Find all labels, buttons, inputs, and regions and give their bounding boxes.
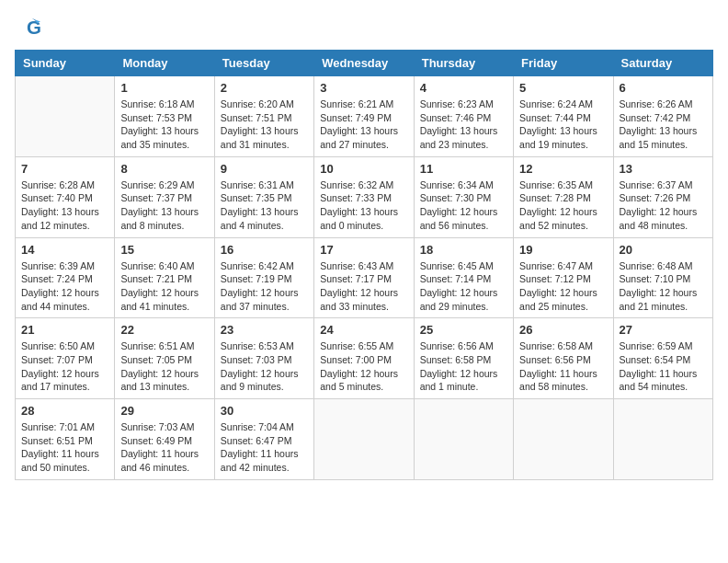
day-number: 20	[620, 243, 707, 257]
day-number: 14	[21, 243, 108, 257]
day-number: 25	[420, 323, 507, 337]
day-number: 28	[21, 404, 108, 418]
weekday-header: Wednesday	[314, 51, 414, 76]
calendar-cell: 13Sunrise: 6:37 AMSunset: 7:26 PMDayligh…	[613, 156, 712, 237]
weekday-header: Monday	[115, 51, 214, 76]
day-info: Sunrise: 6:58 AMSunset: 6:56 PMDaylight:…	[519, 339, 607, 394]
calendar-week-row: 14Sunrise: 6:39 AMSunset: 7:24 PMDayligh…	[16, 237, 713, 318]
day-info: Sunrise: 6:34 AMSunset: 7:30 PMDaylight:…	[420, 178, 507, 233]
calendar-cell: 5Sunrise: 6:24 AMSunset: 7:44 PMDaylight…	[514, 76, 613, 157]
day-number: 1	[120, 81, 208, 95]
calendar-cell: 20Sunrise: 6:48 AMSunset: 7:10 PMDayligh…	[613, 237, 712, 318]
calendar-cell: 8Sunrise: 6:29 AMSunset: 7:37 PMDaylight…	[115, 156, 214, 237]
day-info: Sunrise: 6:29 AMSunset: 7:37 PMDaylight:…	[120, 178, 208, 233]
calendar-week-row: 28Sunrise: 7:01 AMSunset: 6:51 PMDayligh…	[16, 399, 713, 480]
day-number: 16	[221, 243, 308, 257]
weekday-header: Sunday	[16, 51, 115, 76]
weekday-header: Saturday	[613, 51, 712, 76]
calendar-cell: 28Sunrise: 7:01 AMSunset: 6:51 PMDayligh…	[16, 399, 115, 480]
day-info: Sunrise: 7:04 AMSunset: 6:47 PMDaylight:…	[221, 420, 308, 475]
calendar-cell: 6Sunrise: 6:26 AMSunset: 7:42 PMDaylight…	[613, 76, 712, 157]
calendar-cell: 18Sunrise: 6:45 AMSunset: 7:14 PMDayligh…	[414, 237, 513, 318]
day-info: Sunrise: 6:20 AMSunset: 7:51 PMDaylight:…	[221, 98, 308, 152]
weekday-header: Thursday	[414, 51, 513, 76]
calendar-header-row: SundayMondayTuesdayWednesdayThursdayFrid…	[16, 51, 713, 76]
day-number: 26	[519, 323, 607, 337]
day-number: 13	[620, 162, 707, 176]
calendar-cell: 9Sunrise: 6:31 AMSunset: 7:35 PMDaylight…	[214, 156, 313, 237]
day-info: Sunrise: 6:55 AMSunset: 7:00 PMDaylight:…	[320, 339, 407, 394]
calendar-cell: 12Sunrise: 6:35 AMSunset: 7:28 PMDayligh…	[514, 156, 613, 237]
calendar-cell: 1Sunrise: 6:18 AMSunset: 7:53 PMDaylight…	[115, 76, 214, 157]
day-info: Sunrise: 6:18 AMSunset: 7:53 PMDaylight:…	[120, 98, 208, 152]
day-number: 10	[320, 162, 407, 176]
calendar-cell	[414, 399, 513, 480]
day-info: Sunrise: 6:47 AMSunset: 7:12 PMDaylight:…	[519, 259, 607, 314]
calendar-week-row: 1Sunrise: 6:18 AMSunset: 7:53 PMDaylight…	[16, 76, 713, 157]
day-number: 21	[21, 323, 108, 337]
day-number: 11	[420, 162, 507, 176]
calendar-cell: 14Sunrise: 6:39 AMSunset: 7:24 PMDayligh…	[16, 237, 115, 318]
day-number: 6	[620, 81, 707, 95]
day-number: 15	[120, 243, 208, 257]
day-info: Sunrise: 6:59 AMSunset: 6:54 PMDaylight:…	[620, 339, 707, 394]
calendar-cell: 7Sunrise: 6:28 AMSunset: 7:40 PMDaylight…	[16, 156, 115, 237]
weekday-header: Friday	[514, 51, 613, 76]
calendar-cell: 26Sunrise: 6:58 AMSunset: 6:56 PMDayligh…	[514, 318, 613, 399]
calendar-cell: 22Sunrise: 6:51 AMSunset: 7:05 PMDayligh…	[115, 318, 214, 399]
day-info: Sunrise: 6:40 AMSunset: 7:21 PMDaylight:…	[120, 259, 208, 314]
logo: G	[15, 15, 44, 40]
day-info: Sunrise: 6:53 AMSunset: 7:03 PMDaylight:…	[221, 339, 308, 394]
day-number: 12	[519, 162, 607, 176]
calendar-cell: 17Sunrise: 6:43 AMSunset: 7:17 PMDayligh…	[314, 237, 414, 318]
day-info: Sunrise: 6:23 AMSunset: 7:46 PMDaylight:…	[420, 98, 507, 152]
calendar-cell: 16Sunrise: 6:42 AMSunset: 7:19 PMDayligh…	[214, 237, 313, 318]
day-info: Sunrise: 7:03 AMSunset: 6:49 PMDaylight:…	[120, 420, 208, 475]
day-info: Sunrise: 6:43 AMSunset: 7:17 PMDaylight:…	[320, 259, 407, 314]
calendar-cell: 3Sunrise: 6:21 AMSunset: 7:49 PMDaylight…	[314, 76, 414, 157]
calendar-cell: 2Sunrise: 6:20 AMSunset: 7:51 PMDaylight…	[214, 76, 313, 157]
day-info: Sunrise: 6:26 AMSunset: 7:42 PMDaylight:…	[620, 98, 707, 152]
day-info: Sunrise: 6:45 AMSunset: 7:14 PMDaylight:…	[420, 259, 507, 314]
logo-icon: G	[15, 15, 40, 40]
calendar-cell: 30Sunrise: 7:04 AMSunset: 6:47 PMDayligh…	[214, 399, 313, 480]
day-number: 4	[420, 81, 507, 95]
day-info: Sunrise: 6:24 AMSunset: 7:44 PMDaylight:…	[519, 98, 607, 152]
calendar-cell: 15Sunrise: 6:40 AMSunset: 7:21 PMDayligh…	[115, 237, 214, 318]
calendar-cell: 10Sunrise: 6:32 AMSunset: 7:33 PMDayligh…	[314, 156, 414, 237]
day-number: 24	[320, 323, 407, 337]
day-info: Sunrise: 6:37 AMSunset: 7:26 PMDaylight:…	[620, 178, 707, 233]
calendar-cell: 11Sunrise: 6:34 AMSunset: 7:30 PMDayligh…	[414, 156, 513, 237]
day-number: 22	[120, 323, 208, 337]
calendar-cell	[16, 76, 115, 157]
day-number: 17	[320, 243, 407, 257]
day-info: Sunrise: 7:01 AMSunset: 6:51 PMDaylight:…	[21, 420, 108, 475]
day-info: Sunrise: 6:21 AMSunset: 7:49 PMDaylight:…	[320, 98, 407, 152]
calendar-cell	[514, 399, 613, 480]
calendar-cell: 27Sunrise: 6:59 AMSunset: 6:54 PMDayligh…	[613, 318, 712, 399]
day-number: 9	[221, 162, 308, 176]
calendar-cell: 23Sunrise: 6:53 AMSunset: 7:03 PMDayligh…	[214, 318, 313, 399]
calendar-table: SundayMondayTuesdayWednesdayThursdayFrid…	[15, 50, 713, 480]
day-info: Sunrise: 6:28 AMSunset: 7:40 PMDaylight:…	[21, 178, 108, 233]
day-info: Sunrise: 6:35 AMSunset: 7:28 PMDaylight:…	[519, 178, 607, 233]
calendar-cell: 19Sunrise: 6:47 AMSunset: 7:12 PMDayligh…	[514, 237, 613, 318]
day-number: 5	[519, 81, 607, 95]
page-header: G	[15, 15, 713, 40]
day-info: Sunrise: 6:31 AMSunset: 7:35 PMDaylight:…	[221, 178, 308, 233]
day-number: 3	[320, 81, 407, 95]
day-number: 2	[221, 81, 308, 95]
day-number: 30	[221, 404, 308, 418]
day-number: 29	[120, 404, 208, 418]
day-number: 18	[420, 243, 507, 257]
weekday-header: Tuesday	[214, 51, 313, 76]
calendar-cell	[613, 399, 712, 480]
day-info: Sunrise: 6:50 AMSunset: 7:07 PMDaylight:…	[21, 339, 108, 394]
calendar-week-row: 7Sunrise: 6:28 AMSunset: 7:40 PMDaylight…	[16, 156, 713, 237]
day-number: 23	[221, 323, 308, 337]
calendar-cell: 21Sunrise: 6:50 AMSunset: 7:07 PMDayligh…	[16, 318, 115, 399]
day-info: Sunrise: 6:39 AMSunset: 7:24 PMDaylight:…	[21, 259, 108, 314]
day-number: 19	[519, 243, 607, 257]
day-number: 7	[21, 162, 108, 176]
day-info: Sunrise: 6:56 AMSunset: 6:58 PMDaylight:…	[420, 339, 507, 394]
